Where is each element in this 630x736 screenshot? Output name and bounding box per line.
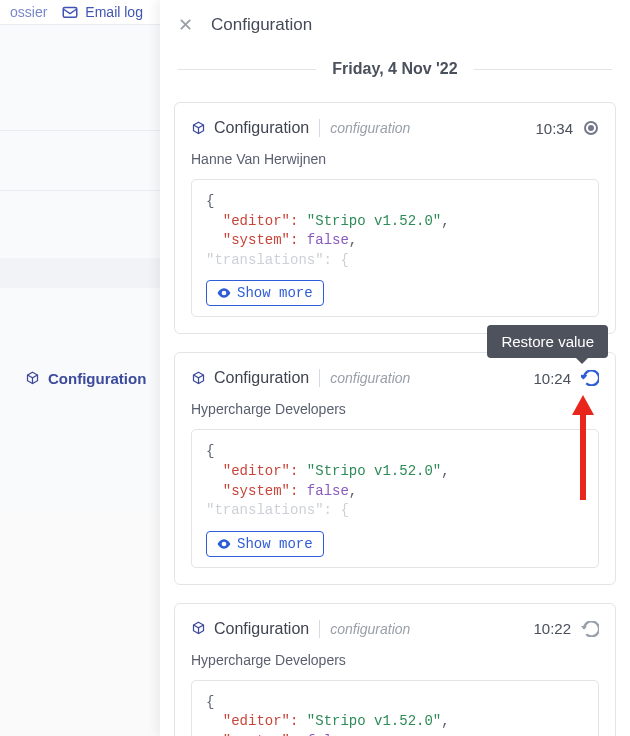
history-panel: ✕ Configuration Friday, 4 Nov '22 Config… — [160, 0, 630, 736]
entry-time: 10:24 — [533, 370, 571, 387]
entry-title-group: Configuration — [191, 620, 309, 638]
cube-icon — [191, 621, 206, 636]
show-more-button[interactable]: Show more — [206, 280, 324, 306]
tooltip-restore-value: Restore value — [487, 325, 608, 358]
code-preview: { "editor": "Stripo v1.52.0", "system": … — [191, 429, 599, 567]
svg-marker-2 — [581, 626, 587, 630]
entry-time: 10:34 — [535, 120, 573, 137]
entry-subtitle: configuration — [330, 370, 410, 386]
entry-subtitle: configuration — [330, 120, 410, 136]
svg-marker-4 — [572, 395, 594, 415]
show-more-label: Show more — [237, 536, 313, 552]
entry-header: Configuration configuration 10:34 — [191, 119, 599, 137]
envelope-icon — [61, 3, 79, 21]
panel-title: Configuration — [211, 15, 312, 35]
restore-button[interactable] — [581, 370, 599, 386]
separator — [319, 620, 320, 638]
date-header: Friday, 4 Nov '22 — [316, 60, 473, 78]
close-button[interactable]: ✕ — [178, 14, 193, 36]
entry-author: Hypercharge Developers — [191, 652, 599, 668]
restore-button[interactable] — [581, 621, 599, 637]
separator — [319, 119, 320, 137]
separator — [319, 369, 320, 387]
entry-subtitle: configuration — [330, 621, 410, 637]
entry-title-group: Configuration — [191, 369, 309, 387]
entry-author: Hanne Van Herwijnen — [191, 151, 599, 167]
eye-icon — [217, 539, 231, 549]
undo-icon — [581, 370, 599, 386]
background-top-strip: ossier Email log — [0, 0, 160, 24]
cube-icon — [191, 121, 206, 136]
entry-title-group: Configuration — [191, 119, 309, 137]
show-more-label: Show more — [237, 285, 313, 301]
panel-header: ✕ Configuration — [160, 0, 630, 60]
code-preview: { "editor": "Stripo v1.52.0", "system": … — [191, 680, 599, 736]
entry-title: Configuration — [214, 620, 309, 638]
bg-email-log: Email log — [85, 4, 143, 20]
entry-header: Configuration configuration 10:22 — [191, 620, 599, 638]
code-preview: { "editor": "Stripo v1.52.0", "system": … — [191, 179, 599, 317]
history-entry: Configuration configuration 10:34 Hanne … — [174, 102, 616, 334]
current-version-indicator — [583, 120, 599, 136]
history-entry: Configuration configuration 10:24 Hyperc… — [174, 352, 616, 584]
bg-text-ossier: ossier — [10, 4, 47, 20]
entry-title: Configuration — [214, 119, 309, 137]
cube-icon — [191, 371, 206, 386]
background-sidebar — [0, 0, 160, 736]
svg-rect-0 — [64, 8, 78, 18]
show-more-button[interactable]: Show more — [206, 531, 324, 557]
eye-icon — [217, 288, 231, 298]
history-entry: Configuration configuration 10:22 Hyperc… — [174, 603, 616, 736]
bg-configuration-nav: Configuration — [25, 370, 146, 387]
annotation-arrow — [568, 395, 598, 505]
entry-header: Configuration configuration 10:24 — [191, 369, 599, 387]
entry-title: Configuration — [214, 369, 309, 387]
cube-icon — [25, 371, 40, 386]
entry-author: Hypercharge Developers — [191, 401, 599, 417]
date-divider: Friday, 4 Nov '22 — [178, 60, 612, 78]
undo-icon — [581, 621, 599, 637]
tooltip-text: Restore value — [501, 333, 594, 350]
entry-time: 10:22 — [533, 620, 571, 637]
bg-config-label: Configuration — [48, 370, 146, 387]
